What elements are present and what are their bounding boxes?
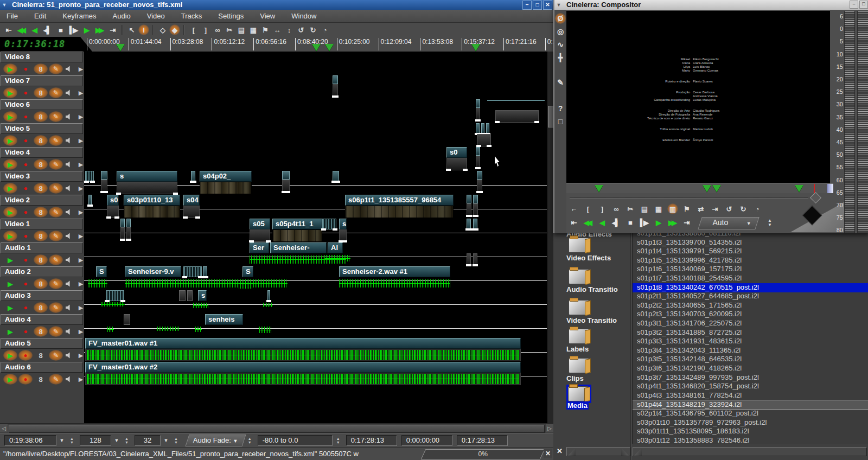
track-expand-button[interactable]: ▶: [74, 183, 85, 194]
out-point-icon[interactable]: ]: [200, 24, 211, 35]
track-record-toggle[interactable]: ●: [18, 302, 33, 313]
scroll-right-arrow[interactable]: ▷: [546, 424, 553, 432]
media-list-item[interactable]: s03p01t11_1351358095_186183.i2l: [633, 427, 868, 436]
label-marker-icon[interactable]: [471, 44, 480, 51]
media-list-item[interactable]: s01p2t1_1351340527_644685_post.i2l: [633, 292, 868, 301]
automation-type-button[interactable]: Audio Fade: ▼: [185, 435, 246, 446]
track-record-toggle[interactable]: ●: [18, 207, 33, 218]
folder-icon[interactable]: [568, 386, 589, 401]
timeline-ruler[interactable]: 0:17:36:18 0:00:00:000:01:44:040:03:28:0…: [0, 37, 553, 52]
generate-keyframes-icon[interactable]: ◇: [157, 24, 168, 35]
split-icon[interactable]: ✂: [224, 24, 235, 35]
stop-icon[interactable]: ■: [625, 217, 636, 228]
track-title[interactable]: Video 2: [1, 195, 83, 206]
track-play-toggle[interactable]: ▶: [3, 183, 17, 194]
timeline-clip[interactable]: s04p02_: [200, 171, 252, 182]
scroll-left-arrow[interactable]: ◁: [0, 424, 8, 432]
timeline-clip[interactable]: s05p4t11_1: [272, 219, 322, 229]
redo-icon[interactable]: ↻: [308, 24, 318, 35]
track-title[interactable]: Audio 6: [1, 362, 83, 373]
timeline-clip[interactable]: [333, 171, 339, 182]
paste-icon[interactable]: ▦: [653, 203, 664, 214]
track-record-toggle[interactable]: ●: [18, 350, 33, 361]
automation-line[interactable]: [84, 328, 547, 329]
toggle-labels-icon[interactable]: ∞: [212, 24, 223, 35]
minimize-button[interactable]: –: [850, 1, 858, 9]
track-gang-toggle[interactable]: 8: [34, 87, 48, 98]
label-icon[interactable]: ⚑: [681, 203, 692, 214]
media-list-item[interactable]: s01p3t6_1351342190_418265.i2l: [633, 364, 868, 373]
fast-forward-icon[interactable]: ▶▶: [666, 217, 679, 228]
mask-icon[interactable]: ∿: [555, 39, 566, 50]
scroll-arrow-icon[interactable]: [568, 448, 576, 456]
timeline-clip[interactable]: [477, 171, 482, 180]
fit-autos-icon[interactable]: ↕: [284, 24, 295, 35]
track-play-toggle[interactable]: ▶: [3, 350, 17, 361]
rewind-to-start-icon[interactable]: ⇤: [569, 217, 579, 228]
drag-and-drop-mode-icon[interactable]: ↖: [126, 24, 137, 35]
manual-goto-icon[interactable]: ⇄: [695, 203, 706, 214]
track-gang-toggle[interactable]: 8: [34, 278, 48, 289]
magnify-icon[interactable]: ◎: [555, 26, 566, 37]
redo-icon[interactable]: ↻: [738, 203, 749, 214]
scroll-arrow-icon[interactable]: [634, 448, 642, 456]
media-list-item[interactable]: s01p3t2_1351341885_872725.i2l: [633, 328, 868, 337]
amplitude-dropdown-icon[interactable]: ▼: [112, 436, 121, 445]
track-title[interactable]: Audio 5: [1, 338, 83, 349]
timeline-clip[interactable]: FV_master01.wav #2: [85, 362, 521, 373]
selection-end-value[interactable]: 0:17:28:13: [457, 435, 508, 446]
timeline-clip[interactable]: [187, 290, 193, 301]
jump-to-end-icon[interactable]: ⇥: [681, 217, 692, 228]
track-expand-button[interactable]: ▶: [74, 159, 85, 170]
timeline-clip[interactable]: [267, 290, 270, 301]
timeline-clip[interactable]: [101, 171, 107, 180]
track-title[interactable]: Video 1: [1, 219, 83, 229]
track-draw-toggle[interactable]: ✎: [49, 183, 63, 194]
timeline-clip[interactable]: [333, 75, 338, 84]
fit-selection-icon[interactable]: ↔: [272, 24, 283, 35]
track-play-toggle[interactable]: ▶: [3, 278, 17, 289]
folder-icon[interactable]: [569, 238, 589, 253]
fit-icon[interactable]: ⇥: [710, 203, 720, 214]
media-list-item[interactable]: s01p1t5_1351339996_421785.i2l: [633, 256, 868, 265]
timeline-clip[interactable]: Ser: [250, 242, 269, 253]
media-list-item[interactable]: s03p01t12_1351358883_782546.i2l: [633, 436, 868, 444]
timeline-clip[interactable]: [467, 195, 471, 203]
timeline-clip[interactable]: S: [242, 266, 253, 277]
track-title[interactable]: Audio 3: [1, 290, 83, 301]
resources-item-clips[interactable]: Clips: [566, 374, 584, 382]
in-point-icon[interactable]: [: [583, 203, 593, 214]
track-play-toggle[interactable]: ▶: [3, 254, 17, 265]
menu-video[interactable]: Video: [147, 12, 165, 20]
compositor-timebar[interactable]: [566, 183, 833, 193]
track-draw-toggle[interactable]: ✎: [49, 207, 63, 218]
track-gang-toggle[interactable]: 8: [34, 111, 48, 122]
timeline-clip[interactable]: [124, 314, 130, 325]
tool-info-icon[interactable]: ?: [555, 103, 566, 114]
automation-tumbler[interactable]: ▲▼: [246, 436, 253, 445]
keyframe-span-icon[interactable]: ◆: [169, 24, 180, 35]
folder-panel-scrollbar[interactable]: [566, 447, 630, 456]
track-play-toggle[interactable]: ▶: [3, 374, 17, 385]
label-marker-icon[interactable]: [325, 44, 334, 51]
window-menu-icon[interactable]: ▼: [0, 0, 9, 10]
resources-item-video-effects[interactable]: Video Effects: [566, 254, 611, 262]
media-file-list[interactable]: s01p1t1_1351338860_081110.i2ls01p1t3_135…: [632, 227, 868, 444]
frame-reverse-icon[interactable]: ◀▍: [610, 217, 623, 228]
track-record-toggle[interactable]: ●: [18, 111, 33, 122]
track-play-toggle[interactable]: ▶: [3, 159, 17, 170]
stop-icon[interactable]: ■: [55, 24, 66, 35]
histogram-icon[interactable]: ▥: [667, 203, 678, 214]
amplitude-tumbler[interactable]: ▲▼: [123, 436, 130, 445]
play-reverse-icon[interactable]: ◀: [597, 217, 608, 228]
media-list-item[interactable]: s01p3t5_1351342148_646535.i2l: [633, 355, 868, 364]
rewind-to-start-icon[interactable]: ⇤: [3, 24, 14, 35]
timeline-clip[interactable]: [120, 219, 125, 227]
main-window-titlebar[interactable]: ▼ Cinelerra: 51_pronto_para_receber_novo…: [0, 0, 553, 10]
track-gang-toggle[interactable]: 8: [34, 135, 48, 146]
media-list-item[interactable]: s01p1t8_1351340242_670515_post.i2l: [633, 283, 868, 292]
timeline-clip[interactable]: [467, 219, 471, 229]
selection-duration-value[interactable]: 0:00:00:00: [401, 435, 452, 446]
timeline-clip[interactable]: [183, 266, 202, 277]
track-expand-button[interactable]: ▶: [74, 350, 85, 361]
